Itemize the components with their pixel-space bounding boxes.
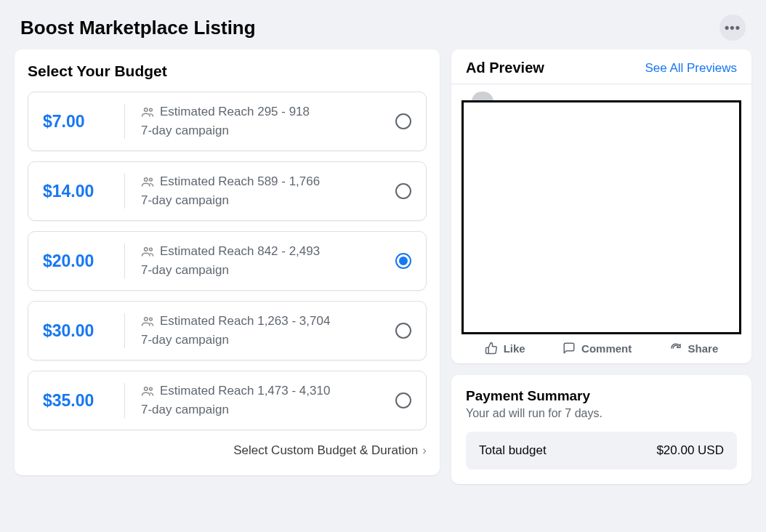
like-icon bbox=[485, 342, 498, 355]
people-icon bbox=[141, 316, 154, 326]
svg-point-5 bbox=[150, 248, 153, 251]
ad-preview-heading: Ad Preview bbox=[466, 60, 544, 76]
see-all-previews-link[interactable]: See All Previews bbox=[645, 61, 737, 76]
budget-option-reach: Estimated Reach 842 - 2,493 bbox=[160, 244, 320, 259]
budget-option[interactable]: $35.00Estimated Reach 1,473 - 4,3107-day… bbox=[28, 371, 427, 430]
divider bbox=[124, 313, 125, 348]
budget-option-radio[interactable] bbox=[395, 253, 411, 269]
svg-point-8 bbox=[145, 387, 148, 391]
budget-option-duration: 7-day campaign bbox=[141, 124, 395, 138]
budget-option-duration: 7-day campaign bbox=[141, 263, 395, 278]
budget-option-reach: Estimated Reach 589 - 1,766 bbox=[160, 174, 320, 189]
total-budget-value: $20.00 USD bbox=[656, 443, 724, 458]
svg-point-4 bbox=[145, 248, 148, 251]
budget-option-duration: 7-day campaign bbox=[141, 193, 395, 208]
custom-budget-link[interactable]: Select Custom Budget & Duration › bbox=[28, 443, 427, 458]
budget-option[interactable]: $20.00Estimated Reach 842 - 2,4937-day c… bbox=[28, 231, 427, 291]
comment-icon bbox=[563, 342, 576, 355]
budget-option-reach: Estimated Reach 1,263 - 3,704 bbox=[160, 314, 330, 329]
budget-option-radio[interactable] bbox=[395, 323, 411, 339]
people-icon bbox=[141, 177, 154, 187]
people-icon bbox=[141, 107, 154, 117]
budget-option[interactable]: $7.00Estimated Reach 295 - 9187-day camp… bbox=[28, 92, 427, 151]
chevron-right-icon: › bbox=[422, 443, 427, 458]
like-button[interactable]: Like bbox=[485, 342, 525, 355]
budget-option[interactable]: $14.00Estimated Reach 589 - 1,7667-day c… bbox=[28, 161, 427, 221]
payment-summary-heading: Payment Summary bbox=[466, 388, 737, 404]
svg-point-3 bbox=[150, 178, 153, 181]
divider bbox=[124, 383, 125, 418]
budget-option-radio[interactable] bbox=[395, 113, 411, 129]
ad-preview-frame bbox=[461, 100, 741, 334]
share-button[interactable]: Share bbox=[669, 342, 719, 355]
budget-option-price: $20.00 bbox=[43, 251, 116, 271]
svg-point-9 bbox=[150, 387, 153, 390]
comment-button[interactable]: Comment bbox=[563, 342, 632, 355]
budget-option-price: $7.00 bbox=[43, 112, 116, 132]
total-budget-row: Total budget $20.00 USD bbox=[466, 432, 737, 469]
svg-point-1 bbox=[150, 108, 153, 111]
custom-budget-link-label: Select Custom Budget & Duration bbox=[233, 443, 418, 458]
budget-option-reach: Estimated Reach 295 - 918 bbox=[160, 105, 310, 119]
budget-option[interactable]: $30.00Estimated Reach 1,263 - 3,7047-day… bbox=[28, 301, 427, 360]
payment-summary-card: Payment Summary Your ad will run for 7 d… bbox=[451, 375, 751, 484]
budget-option-duration: 7-day campaign bbox=[141, 403, 395, 417]
more-options-button[interactable]: ••• bbox=[719, 15, 746, 41]
total-budget-label: Total budget bbox=[479, 443, 547, 458]
divider bbox=[124, 243, 125, 278]
divider bbox=[124, 104, 125, 139]
svg-point-0 bbox=[145, 108, 148, 112]
comment-label: Comment bbox=[581, 342, 632, 355]
budget-option-duration: 7-day campaign bbox=[141, 333, 395, 347]
budget-option-reach: Estimated Reach 1,473 - 4,310 bbox=[160, 384, 330, 398]
page-title: Boost Marketplace Listing bbox=[20, 17, 256, 39]
svg-point-7 bbox=[150, 318, 153, 321]
budget-option-radio[interactable] bbox=[395, 392, 411, 408]
budget-option-radio[interactable] bbox=[395, 183, 411, 199]
budget-card: Select Your Budget $7.00Estimated Reach … bbox=[15, 49, 440, 475]
like-label: Like bbox=[504, 342, 525, 355]
budget-heading: Select Your Budget bbox=[28, 63, 427, 80]
share-icon bbox=[669, 342, 682, 355]
people-icon bbox=[141, 386, 154, 396]
budget-option-price: $30.00 bbox=[43, 321, 116, 341]
share-label: Share bbox=[688, 342, 719, 355]
svg-point-6 bbox=[145, 318, 148, 321]
divider bbox=[124, 174, 125, 209]
ellipsis-icon: ••• bbox=[725, 20, 741, 36]
svg-point-2 bbox=[145, 178, 148, 182]
budget-option-price: $35.00 bbox=[43, 391, 116, 411]
payment-summary-subtitle: Your ad will run for 7 days. bbox=[466, 407, 737, 420]
budget-option-price: $14.00 bbox=[43, 182, 116, 201]
people-icon bbox=[141, 246, 154, 257]
ad-preview-card: Ad Preview See All Previews Like bbox=[451, 49, 751, 363]
